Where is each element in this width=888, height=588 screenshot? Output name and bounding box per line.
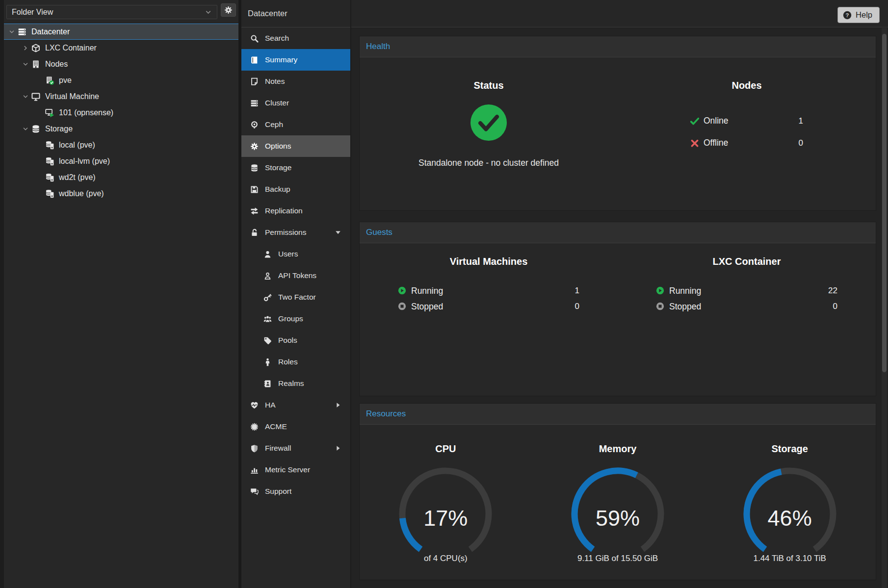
- nav-item-firewall[interactable]: Firewall: [241, 437, 350, 459]
- nav-item-label: Pools: [278, 336, 297, 345]
- submenu-collapsed-icon[interactable]: [335, 402, 341, 409]
- nav-item-acme[interactable]: ACME: [241, 416, 350, 437]
- gauge-detail: 9.11 GiB of 15.50 GiB: [577, 554, 658, 563]
- nav-item-groups[interactable]: Groups: [241, 308, 350, 330]
- guest-status-label: Stopped: [669, 302, 701, 312]
- tree-item-101-opnsense-[interactable]: 101 (opnsense): [4, 104, 238, 121]
- tree-item-nodes[interactable]: Nodes: [4, 56, 238, 72]
- gauge-heading: CPU: [435, 443, 456, 455]
- nav-item-summary[interactable]: Summary: [241, 49, 350, 71]
- comments-icon: [250, 487, 259, 496]
- chevron-down-icon: [22, 93, 29, 100]
- expander[interactable]: [21, 44, 30, 52]
- nav-item-pools[interactable]: Pools: [241, 330, 350, 351]
- nav-item-realms[interactable]: Realms: [241, 373, 350, 394]
- status-heading: Status: [473, 80, 503, 91]
- tree-item-label: local (pve): [59, 141, 95, 150]
- building-icon: [31, 60, 40, 69]
- cross-icon: [690, 139, 699, 148]
- expander: [34, 109, 44, 117]
- guests-panel: Guests Virtual MachinesRunning1Stopped0L…: [359, 222, 876, 396]
- stop-circle-icon: [398, 302, 406, 310]
- expander[interactable]: [21, 125, 30, 133]
- gauge-cpu: CPU17%of 4 CPU(s): [360, 425, 532, 563]
- gauge-percent: 46%: [736, 506, 844, 531]
- nav-item-replication[interactable]: Replication: [241, 200, 350, 222]
- nav-item-two-factor[interactable]: Two Factor: [241, 286, 350, 308]
- guest-status-value: 0: [833, 302, 837, 311]
- heartbeat-icon: [250, 401, 259, 409]
- nav-item-label: Permissions: [265, 228, 306, 237]
- chevron-down-icon: [22, 126, 29, 132]
- nodes-heading: Nodes: [731, 80, 761, 91]
- status-column: Status Standalone node - no cluster defi…: [360, 57, 618, 168]
- gauge-percent: 17%: [392, 506, 499, 531]
- tree-item-pve[interactable]: pve: [4, 72, 238, 88]
- nav-item-label: Metric Server: [265, 465, 310, 474]
- nav-item-label: Storage: [265, 163, 291, 172]
- nav-item-label: Groups: [278, 314, 303, 323]
- node-status-label: Offline: [704, 138, 728, 148]
- tree-item-local-lvm-pve-[interactable]: local-lvm (pve): [4, 153, 238, 169]
- building-check-icon: [45, 76, 54, 85]
- nav-item-permissions[interactable]: Permissions: [241, 222, 350, 243]
- gear-icon: [224, 6, 233, 14]
- nav-item-users[interactable]: Users: [241, 243, 350, 265]
- nav-item-ceph[interactable]: Ceph: [241, 114, 350, 135]
- sync-icon: [250, 207, 259, 215]
- nav-item-cluster[interactable]: Cluster: [241, 92, 350, 114]
- nav-item-backup[interactable]: Backup: [241, 179, 350, 200]
- nav-item-api-tokens[interactable]: API Tokens: [241, 265, 350, 286]
- nav-item-label: Realms: [278, 379, 304, 388]
- expander[interactable]: [7, 28, 17, 36]
- view-mode-select[interactable]: Folder View: [6, 5, 217, 19]
- vertical-scrollbar[interactable]: [882, 28, 887, 588]
- tree-settings-button[interactable]: [221, 3, 236, 17]
- expander[interactable]: [21, 60, 30, 68]
- tree-item-local-pve-[interactable]: local (pve): [4, 137, 238, 153]
- note-icon: [250, 77, 259, 86]
- submenu-collapsed-icon[interactable]: [335, 445, 341, 452]
- tree-item-storage[interactable]: Storage: [4, 121, 238, 137]
- floppy-icon: [250, 185, 259, 194]
- user-icon: [263, 250, 272, 258]
- tree-item-datacenter[interactable]: Datacenter: [4, 24, 238, 40]
- user-o-icon: [263, 272, 272, 280]
- tree-item-virtual-machine[interactable]: Virtual Machine: [4, 88, 238, 104]
- tree-item-wdblue-pve-[interactable]: wdblue (pve): [4, 185, 238, 202]
- guests-column-heading: Virtual Machines: [450, 256, 528, 267]
- tri-right-icon: [335, 445, 341, 452]
- submenu-expanded-icon[interactable]: [335, 229, 341, 236]
- nav-item-storage[interactable]: Storage: [241, 157, 350, 179]
- nav-item-label: Users: [278, 250, 298, 258]
- nav-item-support[interactable]: Support: [241, 481, 350, 502]
- guests-column-lxc-container: LXC ContainerRunning22Stopped0: [618, 243, 876, 314]
- nav-item-notes[interactable]: Notes: [241, 71, 350, 92]
- cube-icon: [31, 44, 40, 52]
- chevron-down-icon: [205, 8, 212, 16]
- nav-item-ha[interactable]: HA: [241, 394, 350, 416]
- gear-icon: [250, 142, 259, 151]
- chevron-right-icon: [22, 45, 29, 51]
- scrollbar-thumb[interactable]: [882, 34, 887, 372]
- nav-item-options[interactable]: Options: [241, 135, 350, 157]
- gauge-memory: Memory59%9.11 GiB of 15.50 GiB: [532, 425, 704, 563]
- search-icon: [250, 34, 259, 43]
- resources-panel-header: Resources: [360, 404, 876, 425]
- expander[interactable]: [21, 93, 30, 101]
- nav-item-roles[interactable]: Roles: [241, 351, 350, 373]
- ceph-icon: [250, 121, 259, 129]
- help-button[interactable]: ? Help: [837, 7, 880, 23]
- tree-item-label: Nodes: [45, 60, 68, 69]
- gear-icon: [224, 6, 233, 14]
- status-message: Standalone node - no cluster defined: [418, 158, 559, 168]
- tree-item-lxc-container[interactable]: LXC Container: [4, 40, 238, 56]
- node-status-value: 0: [799, 138, 803, 148]
- guests-column-virtual-machines: Virtual MachinesRunning1Stopped0: [360, 243, 618, 314]
- nav-item-search[interactable]: Search: [241, 27, 350, 49]
- stop-circle-icon: [656, 302, 664, 310]
- address-book-icon: [263, 380, 272, 388]
- tree-item-wd2t-pve-[interactable]: wd2t (pve): [4, 169, 238, 185]
- nav-item-metric-server[interactable]: Metric Server: [241, 459, 350, 481]
- chevron-down-icon: [22, 61, 29, 68]
